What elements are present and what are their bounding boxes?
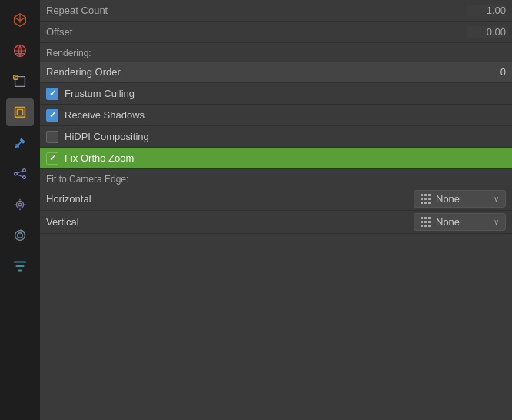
repeat-count-value[interactable]: 1.00 <box>467 5 506 16</box>
sidebar <box>0 0 40 420</box>
receive-shadows-label: Receive Shadows <box>65 109 506 121</box>
svg-line-10 <box>17 175 22 177</box>
svg-point-14 <box>18 233 22 238</box>
fit-to-camera-label: Fit to Camera Edge: <box>46 174 128 185</box>
frustum-culling-label: Frustum Culling <box>65 88 506 99</box>
fit-to-camera-section-header: Fit to Camera Edge: <box>40 169 512 188</box>
fix-ortho-zoom-row[interactable]: ✓ Fix Ortho Zoom <box>40 148 512 169</box>
horizontal-dropdown[interactable]: None ∨ <box>414 190 506 208</box>
fix-ortho-zoom-checkmark: ✓ <box>49 153 56 163</box>
offset-value[interactable]: 0.00 <box>467 26 506 38</box>
svg-point-6 <box>15 172 18 175</box>
frustum-culling-checkmark: ✓ <box>49 88 56 98</box>
horizontal-dropdown-arrow: ∨ <box>494 195 499 203</box>
horizontal-label: Horizontal <box>46 193 414 205</box>
receive-shadows-checkmark: ✓ <box>49 110 56 120</box>
horizontal-dropdown-value: None <box>436 193 489 205</box>
svg-point-8 <box>23 176 26 179</box>
rendering-section-label: Rendering: <box>46 48 91 58</box>
receive-shadows-checkbox[interactable]: ✓ <box>46 109 58 122</box>
rendering-order-label: Rendering Order <box>46 66 500 78</box>
sidebar-icon-view-layer[interactable] <box>6 98 34 126</box>
svg-point-11 <box>16 201 23 208</box>
svg-rect-2 <box>14 75 18 80</box>
horizontal-dropdown-icon <box>421 194 431 205</box>
offset-row: Offset 0.00 <box>40 22 512 43</box>
sidebar-icon-nodes[interactable] <box>6 160 34 188</box>
rendering-order-value[interactable]: 0 <box>500 66 506 78</box>
fix-ortho-zoom-label: Fix Ortho Zoom <box>65 152 506 164</box>
svg-point-7 <box>23 169 26 172</box>
hidpi-compositing-checkbox[interactable] <box>46 131 58 143</box>
sidebar-icon-render[interactable] <box>6 191 34 218</box>
rendering-order-row: Rendering Order 0 <box>40 62 512 83</box>
receive-shadows-row[interactable]: ✓ Receive Shadows <box>40 105 512 126</box>
repeat-count-label: Repeat Count <box>46 5 467 16</box>
offset-label: Offset <box>46 26 467 38</box>
fix-ortho-zoom-checkbox[interactable]: ✓ <box>46 152 58 165</box>
horizontal-row: Horizontal None ∨ <box>40 188 512 211</box>
svg-rect-4 <box>17 109 22 115</box>
svg-rect-3 <box>15 108 25 118</box>
frustum-culling-row[interactable]: ✓ Frustum Culling <box>40 83 512 105</box>
frustum-culling-checkbox[interactable]: ✓ <box>46 88 58 100</box>
vertical-dropdown-arrow: ∨ <box>494 218 499 226</box>
sidebar-icon-object[interactable] <box>6 68 34 95</box>
rendering-section-header: Rendering: <box>40 43 512 62</box>
vertical-label: Vertical <box>46 216 414 228</box>
svg-line-9 <box>17 171 22 173</box>
repeat-count-row: Repeat Count 1.00 <box>40 0 512 22</box>
sidebar-icon-tool[interactable] <box>6 129 34 157</box>
main-content: Repeat Count 1.00 Offset 0.00 Rendering:… <box>40 0 512 420</box>
svg-rect-1 <box>15 77 25 87</box>
vertical-dropdown-icon <box>421 217 431 228</box>
vertical-dropdown[interactable]: None ∨ <box>414 213 506 231</box>
vertical-dropdown-value: None <box>436 216 489 228</box>
hidpi-compositing-label: HiDPI Compositing <box>65 131 506 142</box>
sidebar-icon-world[interactable] <box>6 37 34 65</box>
hidpi-compositing-row[interactable]: HiDPI Compositing <box>40 126 512 148</box>
sidebar-icon-scene[interactable] <box>6 6 34 34</box>
sidebar-icon-output[interactable] <box>6 222 34 249</box>
svg-point-12 <box>18 203 22 206</box>
sidebar-icon-filter[interactable] <box>6 252 34 280</box>
vertical-row: Vertical None ∨ <box>40 211 512 234</box>
